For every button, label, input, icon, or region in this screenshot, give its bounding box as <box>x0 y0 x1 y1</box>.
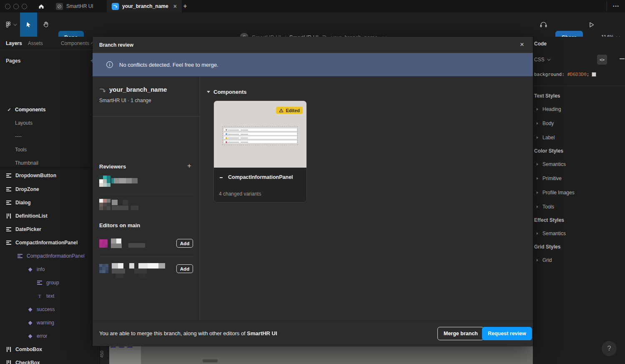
layer-label: DropdownButton <box>15 173 56 178</box>
section-grid-styles: Grid Styles <box>534 244 560 250</box>
style-item-profile-images[interactable]: Profile Images <box>537 190 575 196</box>
component-change-card[interactable]: Edited CompactInformationPanel 4 changed… <box>214 101 306 202</box>
move-tool-button[interactable] <box>20 13 37 37</box>
help-button[interactable]: ? <box>602 341 617 356</box>
chevron-right-icon <box>537 206 538 208</box>
canvas-frame-edge <box>109 346 141 364</box>
tab-smarthr-ui[interactable]: SmartHR UI <box>51 0 98 13</box>
tab-assets[interactable]: Assets <box>22 40 43 46</box>
style-item-body[interactable]: Body <box>537 120 554 126</box>
present-button[interactable] <box>585 13 599 37</box>
section-effect-styles: Effect Styles <box>534 217 564 223</box>
close-icon[interactable]: × <box>517 39 527 50</box>
layer-label: warning <box>37 320 54 326</box>
code-section-title: Code <box>534 41 547 47</box>
layer-row-info-variant[interactable]: info <box>0 263 100 276</box>
page-label: Layouts <box>15 120 33 126</box>
style-item-tools[interactable]: Tools <box>537 204 554 210</box>
layer-row-text[interactable]: text <box>0 289 100 303</box>
merge-branch-button[interactable]: Merge branch <box>437 327 484 340</box>
headphones-icon <box>540 21 547 28</box>
redacted-editor-name <box>112 269 125 274</box>
footer-text: You are able to merge this branch, along… <box>99 330 247 336</box>
traffic-light-zoom[interactable] <box>22 4 27 9</box>
page-item-components[interactable]: ✓ Components <box>0 103 100 116</box>
style-item-effect-semantics[interactable]: Semantics <box>537 231 566 236</box>
tab-layers[interactable]: Layers <box>0 40 22 46</box>
divider <box>93 116 200 117</box>
style-item-label: Grid <box>542 257 552 263</box>
traffic-light-close[interactable] <box>5 4 10 9</box>
code-language-row: CSS <box>534 55 624 65</box>
layer-label: text <box>46 293 54 299</box>
style-item-label: Profile Images <box>542 190 575 196</box>
add-reviewer-button[interactable]: + <box>187 162 191 170</box>
add-editor-button[interactable]: Add <box>176 239 193 248</box>
traffic-light-minimize[interactable] <box>13 4 19 9</box>
audio-call-button[interactable] <box>536 13 550 37</box>
edited-badge-label: Edited <box>286 108 300 113</box>
component-lines-icon <box>6 227 12 231</box>
page-item-layouts[interactable]: Layouts <box>0 116 100 130</box>
panel-divider <box>533 85 625 86</box>
style-item-semantics[interactable]: Semantics <box>537 161 566 167</box>
layer-row-warning-variant[interactable]: warning <box>0 316 100 329</box>
style-item-label[interactable]: Label <box>537 135 555 141</box>
layer-row-datepicker[interactable]: DatePicker <box>0 223 100 236</box>
redacted-reviewer-name <box>112 200 118 205</box>
reviewers-title: Reviewers <box>99 163 126 170</box>
close-tab-icon[interactable]: × <box>173 3 177 9</box>
add-editor-button[interactable]: Add <box>176 264 193 273</box>
page-selector[interactable]: Components <box>61 37 94 50</box>
layer-row-compactinformationpanel[interactable]: CompactInformationPanel <box>0 236 100 249</box>
layer-row-dialog[interactable]: Dialog <box>0 196 100 209</box>
page-label: Components <box>15 107 45 113</box>
style-item-primitive[interactable]: Primitive <box>537 176 562 181</box>
cursor-icon <box>25 21 32 28</box>
request-review-button[interactable]: Request review <box>482 327 532 340</box>
page-item-thumbnail[interactable]: Thumbnail <box>0 156 100 170</box>
layer-row-compactinformationpanel-component[interactable]: CompactInformationPanel <box>0 249 100 263</box>
layer-row-group[interactable]: group <box>0 276 100 289</box>
home-button[interactable] <box>35 0 48 13</box>
section-color-styles: Color Styles <box>534 148 563 154</box>
code-language-select[interactable]: CSS <box>534 57 545 63</box>
modal-header: Branch review × <box>93 37 533 53</box>
variant-diamond-icon <box>27 268 33 271</box>
tab-label: SmartHR UI <box>66 3 93 9</box>
layer-row-combobox[interactable]: ComboBox <box>0 343 100 356</box>
window-menu-button[interactable]: ••• <box>610 0 623 13</box>
layer-row-dropdownbutton[interactable]: DropdownButton <box>0 169 100 182</box>
figma-file-icon <box>56 3 63 10</box>
layer-label: CheckBox <box>15 360 40 364</box>
canvas[interactable]: 450 <box>100 346 533 364</box>
chevron-right-icon <box>537 177 538 180</box>
variant-diamond-icon <box>27 321 33 324</box>
new-tab-button[interactable]: + <box>179 0 191 13</box>
layer-row-error-variant[interactable]: error <box>0 329 100 343</box>
layer-row-dropzone[interactable]: DropZone <box>0 183 100 196</box>
hand-tool-button[interactable] <box>38 13 53 37</box>
layer-row-definitionlist[interactable]: DefinitionList <box>0 209 100 223</box>
redacted-editor-name <box>116 274 123 278</box>
pages-header: Pages + <box>0 55 100 67</box>
editor-avatar <box>99 239 108 248</box>
code-view-toggle[interactable] <box>597 55 607 65</box>
component-lines-icon <box>6 241 12 245</box>
layer-label: Dialog <box>15 200 31 206</box>
css-value: #D6D3D0 <box>567 72 586 77</box>
component-card-info: CompactInformationPanel 4 changed varian… <box>214 168 306 202</box>
text-icon <box>37 294 43 299</box>
horizontal-scrollbar[interactable] <box>203 359 218 362</box>
redacted-editor-name <box>118 263 123 269</box>
main-menu-button[interactable] <box>3 13 18 37</box>
components-heading[interactable]: Components <box>207 89 246 95</box>
style-item-heading[interactable]: Heading <box>537 106 561 112</box>
style-item-grid[interactable]: Grid <box>537 257 552 263</box>
color-swatch[interactable] <box>592 72 596 77</box>
layer-row-success-variant[interactable]: success <box>0 303 100 316</box>
layer-row-checkbox[interactable]: CheckBox <box>0 356 100 364</box>
footer-merge-note: You are able to merge this branch, along… <box>99 330 277 336</box>
tab-your-branch-name[interactable]: your_branch_name × <box>107 0 182 13</box>
warning-icon <box>279 108 284 113</box>
